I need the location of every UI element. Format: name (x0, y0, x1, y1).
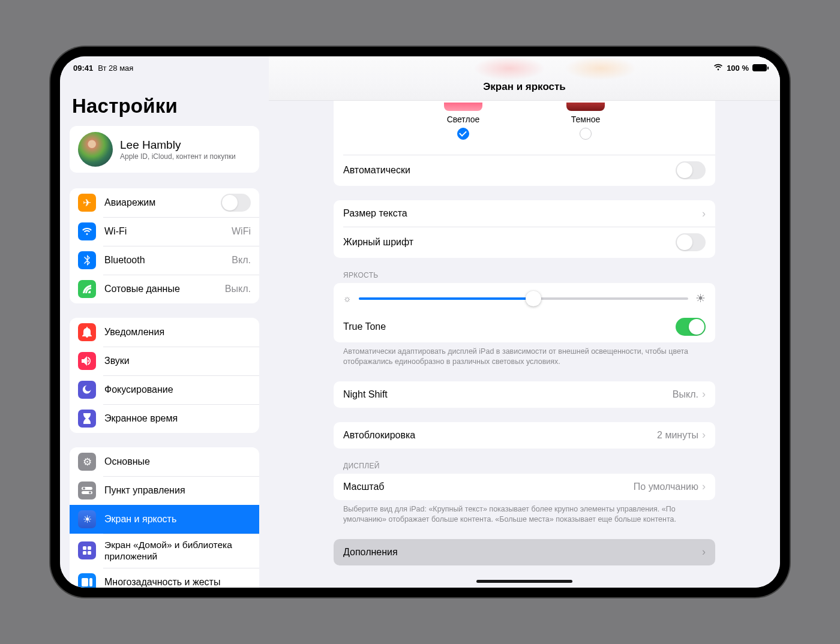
screentime-label: Экранное время (104, 413, 251, 424)
home-indicator[interactable] (476, 580, 572, 583)
addons-label: Дополнения (343, 547, 702, 558)
svg-rect-4 (83, 546, 86, 550)
status-bar: 09:41 Вт 28 мая 100 % (60, 60, 780, 76)
display-label: Экран и яркость (104, 514, 251, 525)
true-tone-label: True Tone (343, 321, 676, 332)
autolock-group: Автоблокировка 2 минуты › (334, 422, 715, 449)
multitask-icon (78, 573, 96, 588)
sun-large-icon: ☀︎ (695, 291, 706, 305)
row-automatic[interactable]: Автоматически (334, 155, 715, 186)
gear-icon: ⚙ (78, 453, 96, 471)
row-notifications[interactable]: Уведомления (70, 318, 259, 347)
svg-rect-9 (89, 578, 92, 586)
addons-group: Дополнения › (334, 539, 715, 565)
row-night-shift[interactable]: Night Shift Выкл. › (334, 381, 715, 408)
zoom-value: По умолчанию (634, 482, 698, 492)
control-center-label: Пункт управления (104, 485, 251, 496)
cellular-icon (78, 280, 96, 298)
apple-id-row[interactable]: Lee Hambly Apple ID, iCloud, контент и п… (70, 126, 259, 173)
true-tone-toggle[interactable] (676, 318, 706, 336)
row-focus[interactable]: Фокусирование (70, 375, 259, 404)
multitasking-label: Многозадачность и жесты (104, 577, 251, 588)
row-addons[interactable]: Дополнения › (334, 539, 715, 565)
display-header: ДИСПЛЕЙ (343, 462, 715, 470)
bluetooth-label: Bluetooth (104, 255, 223, 266)
autolock-label: Автоблокировка (343, 430, 657, 441)
chevron-icon: › (702, 388, 706, 401)
sun-icon: ☀︎ (78, 510, 96, 528)
sounds-label: Звуки (104, 356, 251, 366)
appearance-dark[interactable]: Темное (566, 111, 605, 140)
light-radio[interactable] (457, 128, 469, 140)
brightness-group: ☼ ☀︎ True Tone (334, 283, 715, 342)
profile-sub: Apple ID, iCloud, контент и покупки (120, 152, 236, 161)
row-wifi[interactable]: Wi-Fi WiFi (70, 217, 259, 246)
row-true-tone[interactable]: True Tone (334, 311, 715, 342)
svg-point-2 (83, 487, 85, 490)
automatic-toggle[interactable] (676, 161, 706, 179)
appearance-group: Светлое Темное Авто (334, 101, 715, 186)
sun-small-icon: ☼ (343, 293, 352, 303)
airplane-label: Авиарежим (104, 197, 212, 208)
dark-radio[interactable] (580, 128, 592, 140)
row-airplane[interactable]: ✈︎ Авиарежим (70, 188, 259, 217)
status-date: Вт 28 мая (98, 64, 133, 73)
row-bold-text[interactable]: Жирный шрифт (334, 227, 715, 258)
battery-percent: 100 % (727, 64, 749, 73)
dark-swatch (566, 103, 605, 111)
brightness-slider[interactable] (359, 297, 688, 300)
row-general[interactable]: ⚙ Основные (70, 447, 259, 476)
chevron-icon: › (702, 429, 706, 441)
night-shift-group: Night Shift Выкл. › (334, 381, 715, 408)
grid-icon (78, 541, 96, 559)
row-text-size[interactable]: Размер текста › (334, 200, 715, 227)
slider-fill (359, 297, 533, 300)
hourglass-icon (78, 410, 96, 428)
screen: 09:41 Вт 28 мая 100 % Настройки Lee Hamb (60, 56, 780, 588)
slider-thumb[interactable] (526, 291, 541, 306)
row-display-brightness[interactable]: ☀︎ Экран и яркость (70, 505, 259, 534)
wifi-icon (713, 63, 723, 73)
zoom-group: Масштаб По умолчанию › (334, 474, 715, 500)
night-shift-label: Night Shift (343, 389, 673, 400)
sidebar: Настройки Lee Hambly Apple ID, iCloud, к… (60, 56, 269, 588)
appearance-light[interactable]: Светлое (444, 111, 482, 140)
airplane-toggle[interactable] (221, 194, 251, 212)
svg-rect-7 (88, 551, 91, 555)
text-group: Размер текста › Жирный шрифт (334, 200, 715, 258)
autolock-value: 2 минуты (657, 430, 698, 441)
detail-pane: Экран и яркость Светлое (269, 56, 780, 588)
group-alerts: Уведомления Звуки Фокусирование (70, 318, 259, 433)
brightness-header: ЯРКОСТЬ (343, 271, 715, 279)
speaker-icon (78, 352, 96, 370)
light-swatch (444, 103, 482, 111)
cellular-label: Сотовые данные (104, 284, 217, 294)
row-autolock[interactable]: Автоблокировка 2 минуты › (334, 422, 715, 449)
row-bluetooth[interactable]: Bluetooth Вкл. (70, 246, 259, 275)
svg-rect-6 (83, 551, 86, 555)
dark-label: Темное (566, 115, 605, 124)
chevron-icon: › (702, 480, 706, 493)
bluetooth-icon (78, 251, 96, 269)
row-multitasking[interactable]: Многозадачность и жесты (70, 568, 259, 588)
airplane-icon: ✈︎ (78, 194, 96, 212)
svg-rect-8 (82, 578, 88, 586)
general-label: Основные (104, 456, 251, 467)
row-control-center[interactable]: Пункт управления (70, 476, 259, 505)
row-zoom[interactable]: Масштаб По умолчанию › (334, 474, 715, 500)
row-brightness-slider[interactable]: ☼ ☀︎ (334, 283, 715, 311)
row-home-screen[interactable]: Экран «Домой» и библиотека приложений (70, 534, 259, 568)
night-shift-value: Выкл. (673, 389, 698, 400)
svg-rect-5 (88, 546, 91, 550)
row-cellular[interactable]: Сотовые данные Выкл. (70, 275, 259, 303)
focus-label: Фокусирование (104, 384, 251, 395)
notifications-label: Уведомления (104, 327, 251, 338)
text-size-label: Размер текста (343, 208, 702, 219)
row-sounds[interactable]: Звуки (70, 347, 259, 375)
bold-toggle[interactable] (676, 233, 706, 251)
avatar (78, 132, 113, 167)
row-screentime[interactable]: Экранное время (70, 404, 259, 433)
switches-icon (78, 482, 96, 499)
bell-icon (78, 323, 96, 341)
group-system: ⚙ Основные Пункт управления ☀︎ Экран и я… (70, 447, 259, 588)
